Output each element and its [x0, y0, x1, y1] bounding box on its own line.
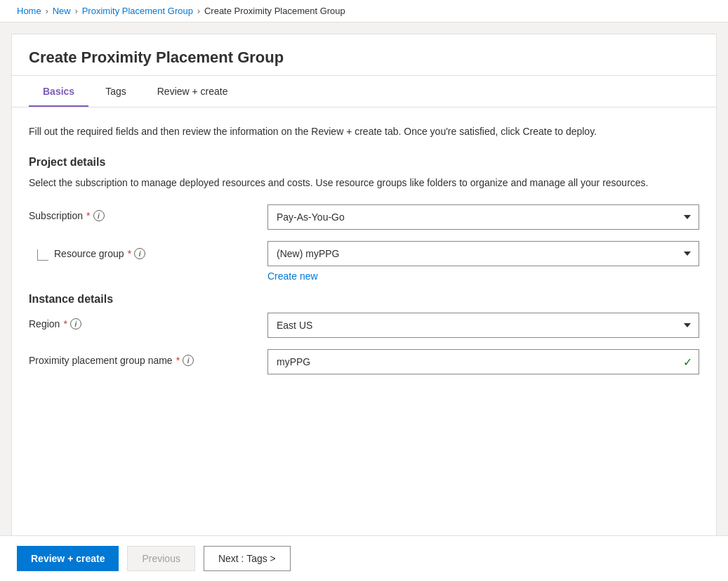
region-label: Region * i: [29, 313, 267, 329]
tab-basics[interactable]: Basics: [29, 76, 88, 107]
page-title: Create Proximity Placement Group: [29, 48, 699, 67]
ppg-name-input-wrapper: ✓: [267, 349, 699, 374]
breadcrumb-sep-2: ›: [75, 6, 78, 16]
instance-details-section: Instance details Region * i East US: [29, 293, 699, 374]
resource-group-label-text: Resource group: [54, 248, 124, 259]
breadcrumb: Home › New › Proximity Placement Group ›…: [0, 0, 728, 22]
resource-group-label-container: Resource group * i: [29, 241, 267, 261]
ppg-name-info-icon[interactable]: i: [183, 355, 194, 366]
review-create-button[interactable]: Review + create: [17, 546, 119, 571]
tab-tags[interactable]: Tags: [91, 76, 140, 107]
ppg-name-row: Proximity placement group name * i ✓: [29, 349, 699, 374]
subscription-label: Subscription * i: [29, 204, 267, 221]
breadcrumb-sep-3: ›: [197, 6, 200, 16]
content-area: Fill out the required fields and then re…: [12, 107, 716, 547]
resource-group-select[interactable]: (New) myPPG: [267, 241, 699, 266]
subscription-label-text: Subscription: [29, 210, 83, 221]
project-details-section: Project details Select the subscription …: [29, 156, 699, 282]
page-header: Create Proximity Placement Group: [12, 34, 716, 76]
project-details-title: Project details: [29, 156, 699, 169]
region-label-text: Region: [29, 318, 60, 329]
subscription-control: Pay-As-You-Go: [267, 204, 699, 230]
page-wrapper: Home › New › Proximity Placement Group ›…: [0, 0, 728, 581]
subscription-select-wrapper: Pay-As-You-Go: [267, 204, 699, 230]
region-select[interactable]: East US: [267, 313, 699, 338]
resource-group-required: *: [128, 248, 131, 259]
indent-lines: [37, 247, 48, 261]
ppg-name-check-icon: ✓: [683, 355, 692, 369]
region-control: East US: [267, 313, 699, 338]
subscription-row: Subscription * i Pay-As-You-Go: [29, 204, 699, 230]
breadcrumb-home[interactable]: Home: [17, 6, 41, 16]
project-details-desc: Select the subscription to manage deploy…: [29, 176, 699, 190]
main-card: Create Proximity Placement Group Basics …: [11, 34, 717, 547]
breadcrumb-ppg[interactable]: Proximity Placement Group: [82, 6, 193, 16]
breadcrumb-new[interactable]: New: [53, 6, 71, 16]
region-row: Region * i East US: [29, 313, 699, 338]
indent-corner: [37, 249, 48, 261]
ppg-name-required: *: [176, 355, 180, 366]
instance-details-title: Instance details: [29, 293, 699, 306]
region-select-wrapper: East US: [267, 313, 699, 338]
resource-group-control: (New) myPPG Create new: [267, 241, 699, 282]
breadcrumb-sep-1: ›: [46, 6, 48, 16]
resource-group-select-wrapper: (New) myPPG: [267, 241, 699, 266]
region-info-icon[interactable]: i: [70, 318, 81, 329]
intro-text: Fill out the required fields and then re…: [29, 124, 699, 139]
previous-button: Previous: [127, 546, 194, 571]
subscription-select[interactable]: Pay-As-You-Go: [267, 204, 699, 230]
breadcrumb-current: Create Proximity Placement Group: [204, 6, 345, 16]
ppg-name-input[interactable]: [267, 349, 699, 374]
tabs-bar: Basics Tags Review + create: [12, 76, 716, 107]
resource-group-row: Resource group * i (New) myPPG Create ne…: [29, 241, 699, 282]
resource-group-info-icon[interactable]: i: [134, 248, 145, 259]
create-new-link[interactable]: Create new: [267, 270, 318, 282]
region-required: *: [63, 318, 67, 329]
tab-review-create[interactable]: Review + create: [143, 76, 242, 107]
ppg-name-label-text: Proximity placement group name: [29, 355, 173, 366]
subscription-info-icon[interactable]: i: [93, 210, 105, 221]
subscription-required: *: [86, 210, 90, 221]
ppg-name-label: Proximity placement group name * i: [29, 349, 267, 366]
next-button[interactable]: Next : Tags >: [204, 546, 291, 571]
ppg-name-control: ✓: [267, 349, 699, 374]
footer-bar: Review + create Previous Next : Tags >: [0, 535, 728, 581]
